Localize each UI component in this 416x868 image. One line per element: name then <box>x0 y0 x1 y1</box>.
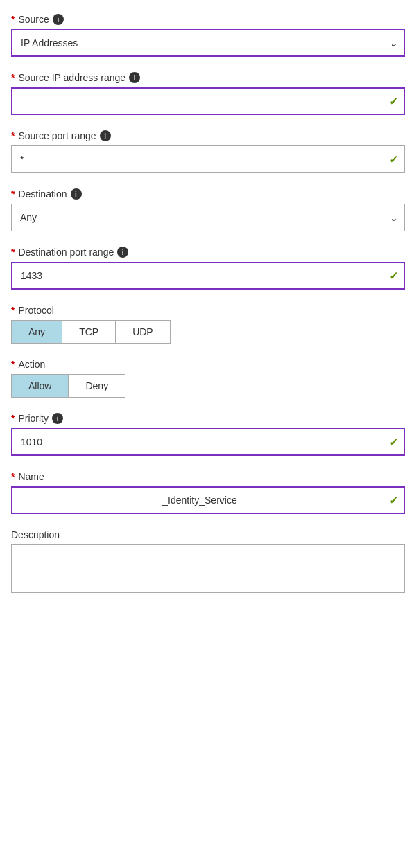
source-ip-required-star: * <box>11 72 15 83</box>
source-port-required-star: * <box>11 130 15 141</box>
destination-port-required-star: * <box>11 247 15 258</box>
destination-label-text: Destination <box>18 188 67 200</box>
action-label: * Action <box>11 359 405 370</box>
name-required-star: * <box>11 471 15 482</box>
source-port-range-field-group: * Source port range i ✓ <box>11 130 405 173</box>
destination-port-range-input[interactable] <box>11 262 405 290</box>
source-port-range-label-text: Source port range <box>18 130 96 141</box>
destination-port-range-label: * Destination port range i <box>11 247 405 258</box>
source-field-group: * Source i IP Addresses Any Service Tag … <box>11 14 405 57</box>
destination-port-info-icon[interactable]: i <box>117 247 128 258</box>
priority-label: * Priority i <box>11 413 405 424</box>
source-port-range-label: * Source port range i <box>11 130 405 141</box>
source-info-icon[interactable]: i <box>53 14 64 25</box>
source-ip-range-info-icon[interactable]: i <box>129 72 140 83</box>
source-ip-range-label: * Source IP address range i <box>11 72 405 83</box>
priority-input-wrapper: ✓ <box>11 428 405 456</box>
action-label-text: Action <box>18 359 45 370</box>
action-deny-button[interactable]: Deny <box>69 375 125 397</box>
protocol-tcp-button[interactable]: TCP <box>62 321 116 343</box>
action-button-group: Allow Deny <box>11 374 125 398</box>
destination-field-group: * Destination i Any IP Addresses Service… <box>11 188 405 231</box>
name-field-group: * Name ✓ <box>11 471 405 514</box>
priority-field-group: * Priority i ✓ <box>11 413 405 456</box>
source-port-info-icon[interactable]: i <box>100 130 111 141</box>
source-select-wrapper: IP Addresses Any Service Tag Application… <box>11 29 405 57</box>
source-port-range-input[interactable] <box>11 145 405 173</box>
destination-port-range-input-wrapper: ✓ <box>11 262 405 290</box>
priority-label-text: Priority <box>18 413 49 424</box>
priority-info-icon[interactable]: i <box>52 413 63 424</box>
action-required-star: * <box>11 359 15 370</box>
priority-required-star: * <box>11 413 15 424</box>
destination-select-wrapper: Any IP Addresses Service Tag Application… <box>11 204 405 231</box>
destination-port-range-field-group: * Destination port range i ✓ <box>11 247 405 290</box>
name-input[interactable] <box>11 486 405 514</box>
protocol-field-group: * Protocol Any TCP UDP <box>11 305 405 344</box>
destination-port-range-label-text: Destination port range <box>18 247 114 258</box>
description-textarea[interactable] <box>11 544 405 593</box>
protocol-udp-button[interactable]: UDP <box>116 321 170 343</box>
source-ip-range-input-wrapper: ✓ <box>11 87 405 115</box>
name-label-text: Name <box>18 471 44 482</box>
name-label: * Name <box>11 471 405 482</box>
destination-label: * Destination i <box>11 188 405 200</box>
protocol-label: * Protocol <box>11 305 405 316</box>
description-field-group: Description <box>11 529 405 595</box>
description-label-text: Description <box>11 529 60 540</box>
source-required-star: * <box>11 14 15 25</box>
destination-select[interactable]: Any IP Addresses Service Tag Application… <box>11 204 405 231</box>
source-ip-range-field-group: * Source IP address range i ✓ <box>11 72 405 115</box>
name-input-wrapper: ✓ <box>11 486 405 514</box>
protocol-required-star: * <box>11 305 15 316</box>
protocol-any-button[interactable]: Any <box>12 321 62 343</box>
source-ip-range-label-text: Source IP address range <box>18 72 125 83</box>
action-field-group: * Action Allow Deny <box>11 359 405 398</box>
source-port-range-input-wrapper: ✓ <box>11 145 405 173</box>
destination-required-star: * <box>11 188 15 200</box>
source-label-text: Source <box>18 14 49 25</box>
protocol-button-group: Any TCP UDP <box>11 320 171 344</box>
description-label: Description <box>11 529 405 540</box>
action-allow-button[interactable]: Allow <box>12 375 69 397</box>
source-label: * Source i <box>11 14 405 25</box>
priority-input[interactable] <box>11 428 405 456</box>
source-ip-range-input[interactable] <box>11 87 405 115</box>
protocol-label-text: Protocol <box>18 305 53 316</box>
source-select[interactable]: IP Addresses Any Service Tag Application… <box>11 29 405 57</box>
destination-info-icon[interactable]: i <box>71 188 82 200</box>
